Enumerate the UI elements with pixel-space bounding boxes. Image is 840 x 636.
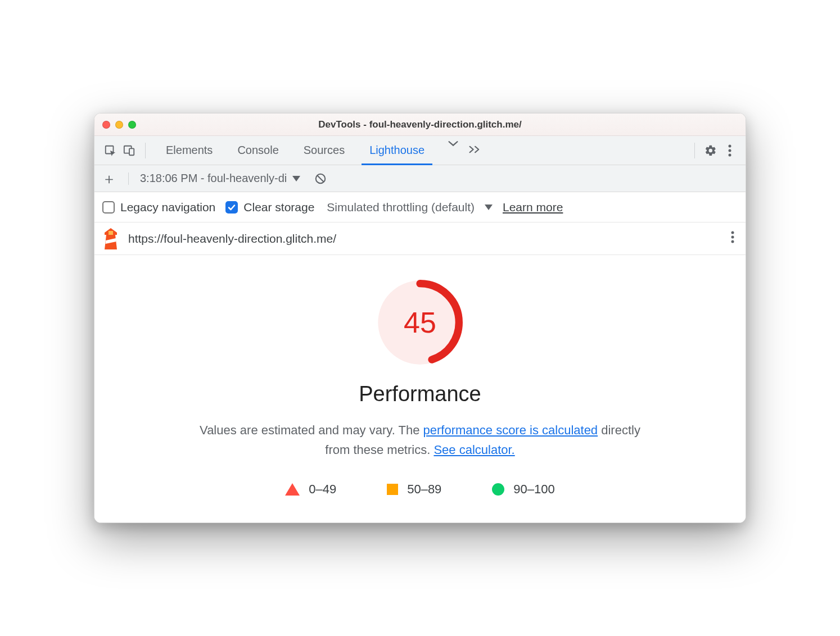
report-selector[interactable]: 3:18:06 PM - foul-heavenly-di [140,172,300,185]
legend-avg-label: 50–89 [407,482,441,497]
chevrons-right-icon[interactable] [462,143,490,158]
traffic-lights [102,121,136,129]
report-url-row: https://foul-heavenly-direction.glitch.m… [94,222,746,255]
chevron-down-icon [292,176,300,181]
performance-score: 45 [375,278,465,367]
score-disclaimer: Values are estimated and may vary. The p… [189,421,651,459]
legend-average: 50–89 [387,482,441,497]
legend-pass-label: 90–100 [513,482,554,497]
report-selector-label: 3:18:06 PM - foul-heavenly-di [140,172,287,185]
disclaimer-text-1: Values are estimated and may vary. The [200,423,423,437]
report-url: https://foul-heavenly-direction.glitch.m… [128,232,719,246]
close-window-button[interactable] [102,121,110,129]
clear-storage-label: Clear storage [243,201,314,214]
legacy-navigation-option[interactable]: Legacy navigation [102,201,215,214]
tab-lighthouse[interactable]: Lighthouse [357,136,437,165]
svg-point-14 [731,240,734,243]
legacy-navigation-checkbox[interactable] [102,201,115,213]
more-options-icon[interactable] [722,143,738,158]
svg-rect-9 [109,231,113,235]
tabs-row: Elements Console Sources Lighthouse [94,136,746,165]
svg-point-13 [731,236,734,239]
window-title: DevTools - foul-heavenly-direction.glitc… [94,119,746,130]
throttling-selector[interactable]: Simulated throttling (default) [327,201,493,214]
calculator-link[interactable]: See calculator. [433,443,514,457]
lighthouse-logo-icon [102,228,119,249]
devtools-window: DevTools - foul-heavenly-direction.glitc… [94,113,746,523]
legend-fail-label: 0–49 [309,482,336,497]
report-menu-icon[interactable] [728,231,738,246]
chevron-down-icon [485,205,493,210]
throttling-label: Simulated throttling (default) [327,201,475,214]
legacy-navigation-label: Legacy navigation [120,201,215,214]
legend-pass: 90–100 [492,482,554,497]
svg-line-7 [318,175,324,181]
separator [128,172,129,185]
new-report-button[interactable]: ＋ [101,171,117,186]
tab-sources[interactable]: Sources [291,136,357,165]
svg-point-12 [731,231,734,234]
performance-gauge-section: 45 Performance Values are estimated and … [94,255,746,522]
learn-more-link[interactable]: Learn more [503,201,563,214]
lighthouse-options: Legacy navigation Clear storage Simulate… [94,192,746,222]
clear-storage-checkbox[interactable] [225,201,238,213]
separator [694,143,695,158]
titlebar: DevTools - foul-heavenly-direction.glitc… [94,113,746,136]
score-legend: 0–49 50–89 90–100 [285,482,555,497]
circle-icon [492,483,504,496]
settings-gear-icon[interactable] [703,143,719,158]
toggle-device-toolbar-icon[interactable] [121,143,137,158]
clear-storage-option[interactable]: Clear storage [225,201,314,214]
square-icon [387,484,398,495]
svg-point-4 [729,149,731,152]
performance-gauge: 45 [375,278,465,367]
tab-elements[interactable]: Elements [153,136,225,165]
tabs-right-controls [690,143,738,158]
score-calc-link[interactable]: performance score is calculated [423,423,598,437]
report-toolbar: ＋ 3:18:06 PM - foul-heavenly-di [94,165,746,192]
svg-point-3 [729,144,731,147]
clear-report-icon[interactable] [313,171,328,187]
minimize-window-button[interactable] [115,121,123,129]
zoom-window-button[interactable] [128,121,136,129]
inspect-element-icon[interactable] [102,143,118,158]
devtools-tabs: Elements Console Sources Lighthouse [153,136,437,165]
triangle-icon [285,483,300,496]
tab-console[interactable]: Console [225,136,291,165]
separator [145,143,146,158]
category-title: Performance [359,382,481,406]
svg-point-5 [729,153,731,156]
legend-fail: 0–49 [285,482,336,497]
svg-rect-2 [129,148,134,155]
